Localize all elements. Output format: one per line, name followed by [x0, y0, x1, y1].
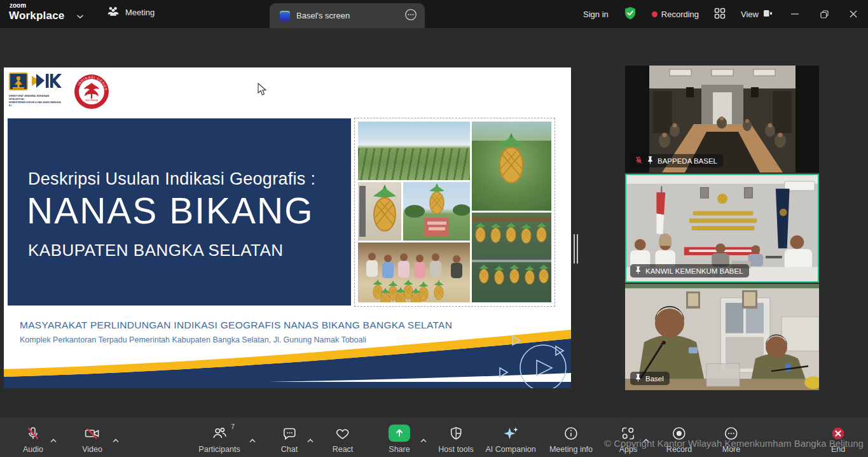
- apps-options-chevron[interactable]: [640, 432, 652, 448]
- shared-screen-content: DIREKTORAT JENDERAL KEKAYAAN INTELEKTUAL…: [4, 67, 571, 388]
- tab-meeting-label: Meeting: [125, 8, 155, 17]
- shield-check-icon: [624, 6, 637, 22]
- sign-in-button[interactable]: Sign in: [575, 0, 616, 28]
- audio-button[interactable]: Audio: [23, 425, 43, 454]
- view-layout-icon: [762, 8, 773, 20]
- record-icon: [672, 425, 687, 442]
- more-ellipsis-icon: [724, 425, 739, 442]
- restore-button[interactable]: [809, 0, 839, 28]
- record-button[interactable]: Record: [666, 425, 692, 454]
- participant-video-basel[interactable]: Basel: [625, 284, 819, 390]
- ai-companion-button[interactable]: AI Companion: [485, 425, 535, 454]
- slide-wave-decoration: [4, 328, 571, 388]
- view-button[interactable]: View: [733, 0, 780, 28]
- participants-label: Participants: [198, 445, 240, 454]
- pin-icon: [647, 156, 654, 165]
- end-label: End: [831, 445, 845, 454]
- titlebar-right: Sign in Recording: [575, 0, 868, 28]
- video-options-chevron[interactable]: [110, 432, 122, 448]
- audio-label: Audio: [23, 445, 43, 454]
- photo-pineapple-closeup: [472, 122, 551, 211]
- participant-name: Basel: [645, 375, 664, 383]
- meeting-info-button[interactable]: Meeting info: [549, 425, 593, 454]
- apps-label: Apps: [619, 445, 638, 454]
- share-button[interactable]: Share: [389, 425, 410, 454]
- geographical-indication-logo: INDIKASI GEOGRAFIS GEOGRAPHICAL INDICATI…: [74, 74, 109, 109]
- participants-options-chevron[interactable]: [247, 432, 259, 448]
- video-label: Video: [82, 445, 102, 454]
- react-button[interactable]: React: [333, 425, 354, 454]
- chat-label: Chat: [281, 445, 298, 454]
- camera-muted-icon: [84, 425, 100, 442]
- kemenkumham-emblem-icon: [9, 73, 28, 93]
- recording-label: Recording: [661, 10, 699, 19]
- djki-letters-icon: [31, 73, 64, 92]
- chat-options-chevron[interactable]: [305, 432, 317, 448]
- meeting-toolbar: Audio Video: [0, 418, 868, 457]
- apps-icon: [621, 425, 636, 442]
- gallery-grid-button[interactable]: [706, 0, 733, 28]
- chevron-down-icon[interactable]: [76, 10, 84, 22]
- photo-pineapple-field: [358, 122, 470, 180]
- logo-caption-2: KEMENTERIAN HUKUM & HAK ASASI MANUSIA R.…: [9, 101, 65, 108]
- photo-pineapple-monument: [403, 182, 470, 241]
- sparkle-icon: [502, 425, 519, 442]
- heart-icon: [335, 425, 350, 442]
- mouse-cursor: [258, 83, 267, 96]
- participant-label: BAPPEDA BASEL: [630, 154, 723, 167]
- recording-indicator[interactable]: Recording: [644, 0, 706, 28]
- gi-center-text: INDONESIA: [85, 99, 98, 102]
- brand-zoom: zoom: [10, 3, 64, 9]
- audio-options-chevron[interactable]: [48, 432, 60, 448]
- share-options-chevron[interactable]: [418, 432, 430, 448]
- tab-screen-label: Basel's screen: [296, 11, 350, 20]
- logo-caption-1: DIREKTORAT JENDERAL KEKAYAAN INTELEKTUAL: [9, 95, 65, 101]
- grid-icon: [714, 8, 726, 21]
- participant-video-kanwil[interactable]: KANWIL KEMENKUM BABEL: [625, 174, 819, 283]
- chat-icon: [282, 425, 298, 442]
- shield-icon: [448, 425, 464, 442]
- slide-logos: DIREKTORAT JENDERAL KEKAYAAN INTELEKTUAL…: [9, 73, 109, 109]
- shared-screen-icon: [280, 11, 290, 21]
- more-button[interactable]: More: [722, 425, 740, 454]
- security-shield-button[interactable]: [616, 0, 644, 28]
- zoom-meeting-window: zoom Workplace Meeting Basel's screen: [0, 0, 868, 457]
- zoom-workplace-logo: zoom Workplace: [9, 3, 64, 21]
- chat-button[interactable]: Chat: [281, 425, 298, 454]
- ai-companion-label: AI Companion: [485, 445, 535, 454]
- tab-meeting[interactable]: Meeting: [107, 6, 155, 18]
- people-icon: [107, 6, 120, 18]
- brand-workplace: Workplace: [9, 10, 64, 21]
- participants-count-badge: 7: [231, 423, 235, 430]
- slide-title-prefix: Deskripsi Usulan Indikasi Geografis :: [28, 169, 315, 189]
- tab-more-icon[interactable]: [404, 8, 417, 23]
- participant-name: KANWIL KEMENKUM BABEL: [645, 267, 743, 275]
- participant-label: Basel: [630, 372, 670, 385]
- meeting-info-label: Meeting info: [549, 445, 593, 454]
- photo-pineapple-racks: [472, 213, 551, 302]
- end-call-icon: [830, 425, 846, 442]
- title-bar: zoom Workplace Meeting Basel's screen: [0, 0, 868, 28]
- view-label: View: [741, 10, 759, 19]
- close-window-button[interactable]: [839, 0, 868, 28]
- sign-in-label: Sign in: [583, 10, 609, 19]
- slide-title-sub: KABUPATEN BANGKA SELATAN: [28, 241, 284, 260]
- djki-logo: DIREKTORAT JENDERAL KEKAYAAN INTELEKTUAL…: [9, 73, 65, 108]
- slide-title-block: Deskripsi Usulan Indikasi Geografis : NA…: [8, 118, 351, 306]
- participant-name: BAPPEDA BASEL: [658, 157, 717, 165]
- host-tools-button[interactable]: Host tools: [438, 425, 474, 454]
- pin-icon: [635, 266, 642, 276]
- end-meeting-button[interactable]: End: [830, 425, 846, 454]
- recording-dot-icon: [652, 11, 658, 17]
- photo-pineapple-indoor: [358, 182, 401, 241]
- mic-muted-icon: [25, 425, 41, 442]
- tab-basel-screen[interactable]: Basel's screen: [270, 3, 425, 28]
- participants-button[interactable]: 7 Participants: [198, 425, 240, 454]
- video-button[interactable]: Video: [82, 425, 102, 454]
- slide-title-main: NANAS BIKANG: [27, 190, 314, 232]
- minimize-button[interactable]: [780, 0, 809, 28]
- participant-video-bappeda[interactable]: BAPPEDA BASEL: [625, 66, 819, 172]
- layout-resize-handle[interactable]: [574, 234, 579, 264]
- apps-button[interactable]: Apps: [619, 425, 638, 454]
- pin-icon: [635, 374, 642, 383]
